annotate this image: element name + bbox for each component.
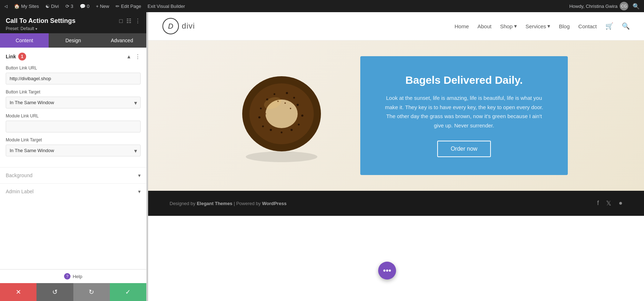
bagel-image bbox=[224, 62, 339, 169]
site-logo: D divi bbox=[162, 18, 195, 34]
save-button[interactable]: ✓ bbox=[110, 283, 146, 301]
site-footer: Designed by Elegant Themes | Powered by … bbox=[148, 191, 644, 216]
sites-icon: 🏠 bbox=[14, 4, 20, 9]
hero-section: Bagels Delivered Daily. Look at the suns… bbox=[148, 40, 644, 191]
cancel-button[interactable]: ✕ bbox=[0, 283, 36, 301]
refresh-icon: ⟳ bbox=[65, 4, 69, 9]
panel-bottom: ? Help bbox=[0, 269, 146, 283]
background-section-header[interactable]: Background ▾ bbox=[0, 168, 146, 183]
exit-builder-link[interactable]: Exit Visual Builder bbox=[148, 4, 185, 9]
svg-point-13 bbox=[281, 132, 283, 133]
tab-advanced[interactable]: Advanced bbox=[98, 33, 146, 48]
svg-point-16 bbox=[301, 115, 303, 117]
module-link-url-label: Module Link URL bbox=[6, 113, 141, 118]
howdy-text: Howdy, Christina Gwira CG bbox=[569, 2, 628, 10]
module-link-target-select[interactable]: In The Same Window In The New Tab bbox=[6, 145, 141, 156]
instagram-icon[interactable]: ● bbox=[619, 199, 623, 207]
cta-order-button[interactable]: Order now bbox=[437, 141, 491, 157]
admin-label-section: Admin Label ▾ bbox=[0, 183, 146, 199]
panel-actions: ✕ ↺ ↻ ✓ bbox=[0, 283, 146, 301]
button-link-url-label: Button Link URL bbox=[6, 65, 141, 71]
pencil-icon: ✏ bbox=[116, 4, 119, 9]
cart-icon[interactable]: 🛒 bbox=[605, 22, 613, 30]
main-layout: Call To Action Settings □ ☷ ⋮ Preset: De… bbox=[0, 12, 644, 301]
svg-point-0 bbox=[246, 151, 317, 162]
preset-dropdown-arrow: ▾ bbox=[35, 27, 37, 31]
tab-design[interactable]: Design bbox=[49, 33, 97, 48]
svg-point-19 bbox=[290, 108, 291, 109]
panel-title: Call To Action Settings bbox=[6, 17, 75, 25]
link-section-menu[interactable]: ⋮ bbox=[135, 53, 141, 60]
admin-label-section-header[interactable]: Admin Label ▾ bbox=[0, 184, 146, 199]
nav-shop[interactable]: Shop ▾ bbox=[500, 23, 517, 29]
panel-title-row: Call To Action Settings □ ☷ ⋮ bbox=[6, 17, 141, 25]
tab-content[interactable]: Content bbox=[0, 33, 49, 48]
link-section-header[interactable]: Link 1 ▲ ⋮ bbox=[0, 48, 146, 65]
link-section-title: Link bbox=[6, 54, 16, 59]
preview-wrapper: D divi Home About Shop ▾ Services ▾ Blog… bbox=[148, 12, 644, 301]
admin-bar-right: Howdy, Christina Gwira CG 🔍 bbox=[569, 2, 640, 10]
button-link-target-label: Button Link Target bbox=[6, 89, 141, 94]
avatar: CG bbox=[620, 2, 628, 10]
background-section: Background ▾ bbox=[0, 167, 146, 183]
help-icon: ? bbox=[64, 273, 70, 280]
nav-home[interactable]: Home bbox=[454, 23, 469, 29]
comment-count-link[interactable]: 💬 0 bbox=[80, 4, 89, 9]
svg-point-12 bbox=[270, 129, 272, 131]
nav-blog[interactable]: Blog bbox=[559, 23, 570, 29]
module-link-target-wrapper: In The Same Window In The New Tab bbox=[6, 145, 141, 156]
nav-contact[interactable]: Contact bbox=[578, 23, 597, 29]
svg-point-9 bbox=[260, 108, 262, 110]
divi-icon: ☯ bbox=[45, 4, 50, 9]
undo-button[interactable]: ↺ bbox=[36, 283, 73, 301]
panel-tabs: Content Design Advanced bbox=[0, 33, 146, 48]
svg-point-6 bbox=[286, 92, 288, 94]
button-link-url-group: Button Link URL bbox=[6, 65, 141, 84]
redo-button[interactable]: ↻ bbox=[73, 283, 110, 301]
link-section-chevron-up: ▲ bbox=[126, 54, 131, 59]
svg-point-8 bbox=[297, 104, 299, 106]
shop-dropdown-icon: ▾ bbox=[514, 23, 517, 29]
svg-point-10 bbox=[258, 116, 260, 118]
comments-link[interactable]: ⟳ 3 bbox=[65, 4, 73, 9]
services-dropdown-icon: ▾ bbox=[547, 23, 550, 29]
svg-point-7 bbox=[293, 97, 295, 99]
background-chevron: ▾ bbox=[138, 173, 141, 178]
my-sites-link[interactable]: 🏠 My Sites bbox=[14, 4, 39, 9]
module-link-url-group: Module Link URL bbox=[6, 113, 141, 132]
svg-point-20 bbox=[265, 113, 266, 115]
divi-link[interactable]: ☯ Divi bbox=[45, 4, 59, 9]
module-link-url-input[interactable] bbox=[6, 121, 141, 132]
svg-point-15 bbox=[298, 124, 300, 126]
nav-services[interactable]: Services ▾ bbox=[526, 23, 551, 29]
floating-dots-icon: ••• bbox=[383, 266, 391, 275]
expand-icon[interactable]: □ bbox=[119, 18, 123, 24]
button-link-url-input[interactable] bbox=[6, 73, 141, 84]
new-link[interactable]: + New bbox=[96, 4, 109, 9]
link-badge: 1 bbox=[18, 53, 26, 60]
panel-header: Call To Action Settings □ ☷ ⋮ Preset: De… bbox=[0, 12, 146, 33]
twitter-icon[interactable]: 𝕏 bbox=[606, 199, 611, 207]
help-link[interactable]: ? Help bbox=[64, 273, 82, 280]
footer-text: Designed by Elegant Themes | Powered by … bbox=[170, 201, 287, 206]
more-icon[interactable]: ⋮ bbox=[135, 18, 141, 24]
admin-search-icon[interactable]: 🔍 bbox=[633, 3, 640, 10]
button-link-target-select[interactable]: In The Same Window In The New Tab bbox=[6, 97, 141, 108]
facebook-icon[interactable]: f bbox=[597, 199, 599, 207]
cta-title: Bagels Delivered Daily. bbox=[382, 74, 546, 86]
columns-icon[interactable]: ☷ bbox=[126, 18, 131, 24]
nav-search-icon[interactable]: 🔍 bbox=[622, 22, 630, 30]
panel-title-icons: □ ☷ ⋮ bbox=[119, 18, 141, 24]
background-section-title: Background bbox=[6, 173, 33, 178]
floating-action-button[interactable]: ••• bbox=[378, 262, 396, 280]
button-link-target-wrapper: In The Same Window In The New Tab bbox=[6, 97, 141, 108]
button-link-target-group: Button Link Target In The Same Window In… bbox=[6, 89, 141, 108]
wordpress-icon[interactable]: ◃ bbox=[4, 2, 8, 10]
edit-page-link[interactable]: ✏ Edit Page bbox=[116, 4, 141, 9]
wp-admin-bar: ◃ 🏠 My Sites ☯ Divi ⟳ 3 💬 0 + New ✏ Edit… bbox=[0, 0, 644, 12]
preset-row[interactable]: Preset: Default ▾ bbox=[6, 26, 141, 31]
site-nav: D divi Home About Shop ▾ Services ▾ Blog… bbox=[148, 12, 644, 40]
svg-point-5 bbox=[274, 93, 275, 95]
svg-point-14 bbox=[291, 129, 293, 131]
nav-about[interactable]: About bbox=[477, 23, 491, 29]
